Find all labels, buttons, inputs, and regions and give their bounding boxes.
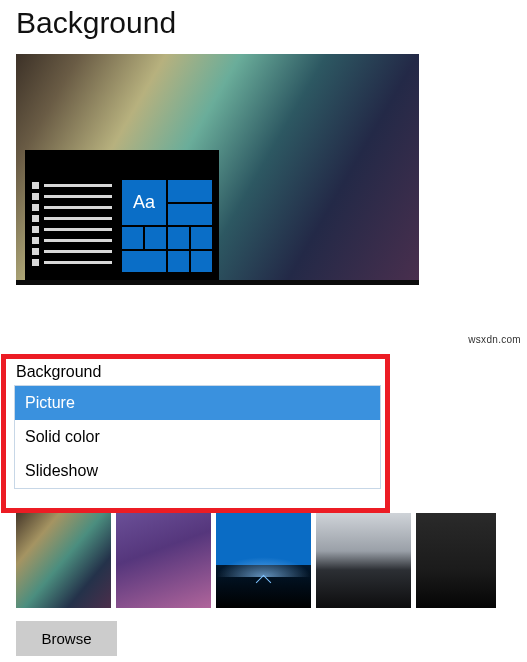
desktop-preview: Aa xyxy=(16,54,419,285)
background-dropdown-label: Background xyxy=(16,363,385,381)
recent-images-row xyxy=(16,513,496,608)
browse-button[interactable]: Browse xyxy=(16,621,117,656)
start-menu-mock: Aa xyxy=(25,150,219,280)
background-dropdown-highlight: Background Picture Solid color Slideshow xyxy=(1,354,390,513)
option-slideshow[interactable]: Slideshow xyxy=(15,454,380,488)
watermark-text: wsxdn.com xyxy=(468,334,521,345)
option-solid-color[interactable]: Solid color xyxy=(15,420,380,454)
tile-sample-text: Aa xyxy=(122,180,166,225)
thumbnail-4[interactable] xyxy=(316,513,411,608)
thumbnail-2[interactable] xyxy=(116,513,211,608)
background-dropdown[interactable]: Picture Solid color Slideshow xyxy=(14,385,381,489)
thumbnail-1[interactable] xyxy=(16,513,111,608)
option-picture[interactable]: Picture xyxy=(15,386,380,420)
taskbar-mock xyxy=(16,280,419,285)
thumbnail-5[interactable] xyxy=(416,513,496,608)
page-title: Background xyxy=(16,6,511,40)
thumbnail-3[interactable] xyxy=(216,513,311,608)
